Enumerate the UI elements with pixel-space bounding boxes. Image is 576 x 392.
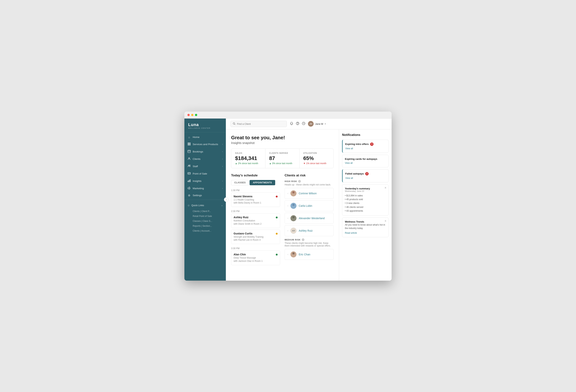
avatar xyxy=(290,215,296,221)
sidebar-item-clients[interactable]: Clients › xyxy=(184,155,226,163)
svg-rect-16 xyxy=(190,180,190,182)
sidebar-item-insights[interactable]: Insights › xyxy=(184,177,226,185)
quick-link-item[interactable]: Reports | Section... xyxy=(184,223,226,228)
risk-client-item[interactable]: › AR Ashley Ruiz xyxy=(285,225,334,236)
high-risk-desc: Heads up - these clients might not come … xyxy=(285,183,334,186)
sidebar-logo: Luna Wellness Center xyxy=(184,119,226,132)
risk-client-item[interactable]: › Alexander Westerland xyxy=(285,213,334,224)
schedule-item-info: Alan Chin Deep Tissue Massagewith Jackso… xyxy=(233,253,274,263)
chevron-down-icon: ▾ xyxy=(325,123,326,125)
stat-label: UTILIZATION xyxy=(303,152,330,154)
sidebar-collapse-button[interactable]: ‹ xyxy=(224,197,229,202)
svg-rect-15 xyxy=(189,180,190,182)
quick-links-header[interactable]: ☆ Quick Links ⌄ xyxy=(184,202,226,209)
stat-change: 3% since last month xyxy=(269,162,295,165)
sidebar-item-services[interactable]: Services and Products › xyxy=(184,141,226,148)
client-name: Corinne Wilson xyxy=(299,192,331,195)
quick-link-item[interactable]: Clients | Account... xyxy=(184,228,226,233)
user-section[interactable]: JM Jane M ▾ xyxy=(308,121,326,127)
schedule-column: Today's schedule CLASSES APPOINTMENTS 1:… xyxy=(231,174,280,267)
notification-bell-icon[interactable] xyxy=(290,122,293,126)
notif-card-title: Expiring cards for autopays xyxy=(345,157,377,160)
marketing-icon xyxy=(187,186,191,190)
risk-title: Clients at risk xyxy=(285,174,334,177)
chevron-right-icon: › xyxy=(222,180,223,182)
sidebar-item-label: Services and Products xyxy=(193,143,220,146)
browser-dot-yellow[interactable] xyxy=(191,114,193,116)
close-icon[interactable]: ✕ xyxy=(384,186,386,189)
sidebar-item-pos[interactable]: Point of Sale xyxy=(184,170,226,177)
quick-link-item[interactable]: Retail Point of Sale xyxy=(184,214,226,219)
tab-classes[interactable]: CLASSES xyxy=(231,180,249,185)
logo-brand: Luna xyxy=(188,122,222,127)
quick-link-item[interactable]: Clients | Client P... xyxy=(184,209,226,214)
sidebar-item-staff[interactable]: Staff › xyxy=(184,163,226,170)
notif-card-header: Expiring cards for autopays xyxy=(345,157,386,160)
avatar: AR xyxy=(290,228,296,234)
quick-links-section: ☆ Quick Links ⌄ Clients | Client P... Re… xyxy=(184,201,226,235)
chevron-down-icon: ⌄ xyxy=(221,204,223,207)
browser-dot-red[interactable] xyxy=(187,114,190,116)
staff-icon xyxy=(187,165,191,168)
chevron-right-icon: › xyxy=(288,229,288,232)
notification-card-expiring-cards: Expiring cards for autopays View all xyxy=(342,155,389,167)
history-icon[interactable] xyxy=(302,122,305,126)
star-icon: ☆ xyxy=(187,204,190,207)
search-input[interactable] xyxy=(237,122,285,125)
bookings-icon xyxy=(187,150,191,153)
risk-client-item[interactable]: › Eric Chan xyxy=(285,249,334,260)
schedule-item[interactable]: Naomi Stevens 1:1 Health Coachingwith Be… xyxy=(231,192,280,207)
time-label: 2:30 PM xyxy=(231,209,280,213)
avatar-initials: AR xyxy=(292,230,295,232)
logo-subtitle: Wellness Center xyxy=(188,127,222,129)
info-icon[interactable]: i xyxy=(298,180,301,183)
main-content: Great to see you, Jane! Insights snapsho… xyxy=(226,129,339,281)
content-wrapper: Great to see you, Jane! Insights snapsho… xyxy=(226,129,392,281)
tab-appointments[interactable]: APPOINTMENTS xyxy=(250,180,275,185)
sidebar-item-label: Staff xyxy=(193,165,220,168)
view-all-link[interactable]: View all xyxy=(345,177,353,180)
notif-card-title: Yesterday's summary xyxy=(345,187,386,190)
schedule-item[interactable]: Ashley Ruiz Nutrition Consultationwith D… xyxy=(231,213,280,228)
info-icon[interactable]: i xyxy=(302,239,304,241)
quick-link-item[interactable]: Classes | Class S... xyxy=(184,219,226,223)
view-all-link[interactable]: View all xyxy=(345,162,353,164)
stat-card-clients: CLIENTS SERVED 87 3% since last month xyxy=(265,149,299,168)
sidebar-item-settings[interactable]: ⚙ Settings xyxy=(184,192,226,199)
svg-rect-2 xyxy=(188,144,189,145)
main-area: JM Jane M ▾ Great to see you, Jane! Insi… xyxy=(226,119,392,281)
page-greeting: Great to see you, Jane! xyxy=(231,135,334,141)
close-icon[interactable]: ✕ xyxy=(384,220,386,222)
schedule-item[interactable]: Alan Chin Deep Tissue Massagewith Jackso… xyxy=(231,250,280,265)
risk-client-item[interactable]: › Corinne Wilson xyxy=(285,188,334,199)
time-label: 3:30 PM xyxy=(231,245,280,250)
sidebar-item-bookings[interactable]: Bookings › xyxy=(184,148,226,155)
sidebar-divider xyxy=(184,200,226,200)
risk-client-item[interactable]: › Carla Lubin xyxy=(285,200,334,211)
sidebar-item-label: Settings xyxy=(193,194,223,197)
stat-card-sales: SALES $184,341 2% since last month xyxy=(231,149,265,168)
chevron-right-icon: › xyxy=(222,158,223,160)
notif-card-title: Wellness Trends xyxy=(345,220,386,223)
clients-icon xyxy=(187,157,191,161)
arrow-up-icon xyxy=(235,162,238,165)
notifications-title: Notifications xyxy=(342,133,389,137)
sidebar-item-home[interactable]: ⌂ Home xyxy=(184,134,226,141)
stat-value: 65% xyxy=(303,155,330,161)
schedule-item-info: Naomi Stevens 1:1 Health Coachingwith Be… xyxy=(233,195,274,205)
schedule-detail: Strength and Mobility Trainingwith Rache… xyxy=(233,235,274,242)
sidebar-item-marketing[interactable]: Marketing › xyxy=(184,185,226,192)
help-icon[interactable] xyxy=(296,122,299,126)
time-label: 1:30 PM xyxy=(231,187,280,192)
view-all-link[interactable]: View all xyxy=(345,147,353,150)
svg-point-23 xyxy=(292,204,295,206)
read-article-link[interactable]: Read article xyxy=(345,232,357,234)
avatar: JM xyxy=(308,121,314,127)
tab-row: CLASSES APPOINTMENTS xyxy=(231,180,280,185)
browser-dot-green[interactable] xyxy=(195,114,197,116)
user-name: Jane M xyxy=(315,122,323,125)
schedule-item[interactable]: Gustavo Curtis Strength and Mobility Tra… xyxy=(231,230,280,244)
notif-bullets: • $13,994 in sales • 45 products sold • … xyxy=(345,194,386,213)
medium-risk-label-row: MEDIUM RISK i xyxy=(285,239,334,241)
notif-card-title: Expiring intro offers xyxy=(345,143,369,146)
